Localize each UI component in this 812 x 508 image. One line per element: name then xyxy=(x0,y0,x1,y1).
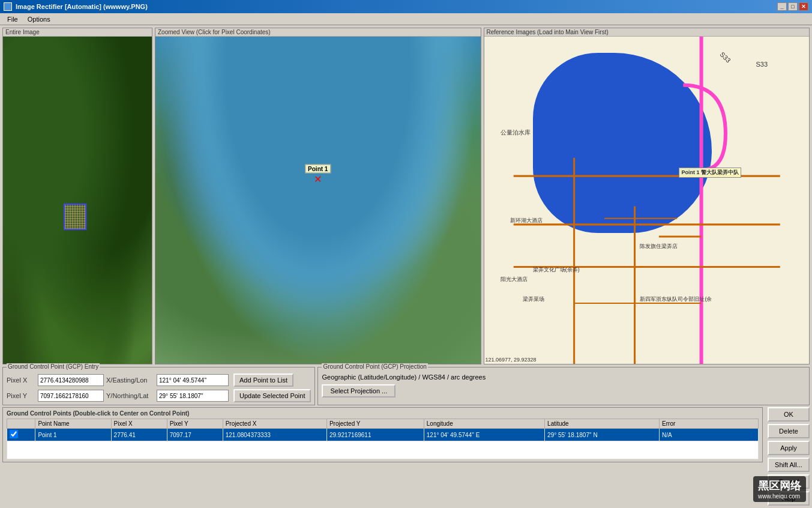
pixel-y-row: Pixel Y Y/Northing/Lat 29° 55' 18.1807''… xyxy=(7,389,311,402)
watermark-logo: 黑区网络 xyxy=(758,480,801,492)
watermark-url: www.heiqu.com xyxy=(758,493,800,500)
svg-text:S33: S33 xyxy=(718,50,732,64)
gcp-table: Point Name Pixel X Pixel Y Projected X P… xyxy=(7,419,759,459)
col-header-pixelx: Pixel X xyxy=(111,419,167,429)
row-projx: 121.0804373333 xyxy=(223,429,326,441)
gcp-table-container: Ground Control Points (Double-click to C… xyxy=(2,407,763,462)
map-label-water: 公量泊水库 xyxy=(501,129,531,137)
watermark: 黑区网络 www.heiqu.com xyxy=(753,476,806,502)
reference-images-label: Reference Images (Load into Main View Fi… xyxy=(484,28,810,37)
row-error: N/A xyxy=(660,429,759,441)
col-header-name: Point Name xyxy=(35,419,111,429)
row-projy: 29.9217169611 xyxy=(326,429,424,441)
satellite-image[interactable] xyxy=(3,37,152,364)
pixel-x-input[interactable] xyxy=(38,374,104,386)
select-projection-btn[interactable]: Select Projection ... xyxy=(322,384,395,398)
overview-inner xyxy=(65,205,85,229)
titlebar-controls: _ □ ✕ xyxy=(777,2,808,11)
reference-image-content[interactable]: S33 S33 公量泊水库 Point 1 警大队梁弄中队 新环湖大酒店 陈发旗… xyxy=(484,37,810,364)
overview-box xyxy=(64,204,86,230)
app-icon xyxy=(4,2,12,11)
image-panels-row: Entire Image Zoomed View (Click for Pixe… xyxy=(2,28,810,364)
row-name: Point 1 xyxy=(35,429,111,441)
cross-icon: ✕ xyxy=(305,174,331,184)
map-coordinates: 121.06977, 29.92328 xyxy=(486,357,537,363)
gcp-entry-fieldset: Ground Control Point (GCP) Entry Pixel X… xyxy=(2,367,315,405)
table-row-empty xyxy=(7,441,759,459)
map-label-farm: 梁弄菜场 xyxy=(523,295,544,303)
col-header-projy: Projected Y xyxy=(326,419,424,429)
gcp-entry-title: Ground Control Point (GCP) Entry xyxy=(7,363,100,370)
map-label-hotel: 新环湖大酒店 xyxy=(510,217,543,225)
map-label-sunshine: 阳光大酒店 xyxy=(501,276,528,283)
ok-btn[interactable]: OK xyxy=(768,407,810,422)
reference-map[interactable]: S33 S33 公量泊水库 Point 1 警大队梁弄中队 新环湖大酒店 陈发旗… xyxy=(484,37,810,364)
gcp-projection-title: Ground Control Point (GCP) Projection xyxy=(322,363,427,370)
col-header-error: Error xyxy=(660,419,759,429)
close-btn[interactable]: ✕ xyxy=(799,2,808,11)
menu-file[interactable]: File xyxy=(2,14,23,24)
x-easting-value: 121° 04' 49.5744'' xyxy=(157,374,229,386)
shift-all-btn[interactable]: Shift All... xyxy=(768,458,810,472)
bottom-section: Ground Control Point (GCP) Entry Pixel X… xyxy=(2,367,810,506)
delete-btn[interactable]: Delete xyxy=(768,424,810,438)
svg-text:S33: S33 xyxy=(756,61,768,68)
col-header-lon: Longitude xyxy=(424,419,544,429)
zoomed-point1-marker: Point 1 ✕ xyxy=(305,164,331,184)
row-checkbox-cell xyxy=(7,429,35,441)
col-header-check xyxy=(7,419,35,429)
update-point-btn[interactable]: Update Selected Point xyxy=(233,389,311,402)
main-content: Entire Image Zoomed View (Click for Pixe… xyxy=(0,25,812,508)
map-label-store: 陈发旗住梁弄店 xyxy=(640,243,678,250)
map-water-body xyxy=(533,53,712,233)
map-label-army: 新四军浙东纵队司令部旧址(余 xyxy=(640,295,712,303)
row-lon: 121° 04' 49.5744'' E xyxy=(424,429,544,441)
apply-btn[interactable]: Apply xyxy=(768,441,810,455)
menu-bar: File Options xyxy=(0,13,812,25)
row-pixely: 7097.17 xyxy=(167,429,223,441)
map-point1-label: Point 1 警大队梁弄中队 xyxy=(679,168,741,178)
pixel-y-input[interactable] xyxy=(38,390,104,402)
row-lat: 29° 55' 18.1807'' N xyxy=(545,429,660,441)
zoomed-point1-label: Point 1 xyxy=(305,164,331,173)
table-row[interactable]: Point 1 2776.41 7097.17 121.0804373333 2… xyxy=(7,429,759,441)
pixel-y-label: Pixel Y xyxy=(7,392,35,399)
entire-image-panel: Entire Image xyxy=(2,28,152,364)
entire-image-label: Entire Image xyxy=(3,28,152,37)
y-northing-label: Y/Northing/Lat xyxy=(106,392,154,399)
zoomed-view-panel: Zoomed View (Click for Pixel Coordinates… xyxy=(155,28,481,364)
menu-options[interactable]: Options xyxy=(23,14,55,24)
add-point-btn[interactable]: Add Point to List xyxy=(233,373,293,387)
row-pixelx: 2776.41 xyxy=(111,429,167,441)
title-bar: Image Rectifier [Automatic] (wwwwy.PNG) … xyxy=(0,0,812,13)
x-easting-label: X/Easting/Lon xyxy=(106,376,154,384)
row-checkbox[interactable] xyxy=(10,430,18,438)
pixel-x-row: Pixel X X/Easting/Lon 121° 04' 49.5744''… xyxy=(7,373,311,387)
col-header-pixely: Pixel Y xyxy=(167,419,223,429)
zoomed-view-label: Zoomed View (Click for Pixel Coordinates… xyxy=(155,28,481,37)
gcp-projection-fieldset: Ground Control Point (GCP) Projection Ge… xyxy=(317,367,810,405)
gcp-table-title: Ground Control Points (Double-click to C… xyxy=(7,410,759,417)
window-title: Image Rectifier [Automatic] (wwwwy.PNG) xyxy=(16,3,148,10)
gcp-entry-row: Ground Control Point (GCP) Entry Pixel X… xyxy=(2,367,810,405)
zoomed-image[interactable]: Point 1 ✕ xyxy=(155,37,481,364)
pixel-x-label: Pixel X xyxy=(7,376,35,384)
reference-image-panel: Reference Images (Load into Main View Fi… xyxy=(484,28,810,364)
projection-value: Geographic (Latitude/Longitude) / WGS84 … xyxy=(322,373,486,381)
gcp-table-row: Ground Control Points (Double-click to C… xyxy=(2,407,810,506)
map-label-plaza: 梁弄文化广场(余弄) xyxy=(533,266,580,274)
col-header-lat: Latitude xyxy=(545,419,660,429)
col-header-projx: Projected X xyxy=(223,419,326,429)
entire-image-content[interactable] xyxy=(3,37,152,364)
y-northing-value: 29° 55' 18.1807'' xyxy=(157,390,229,402)
zoomed-view-content[interactable]: Point 1 ✕ xyxy=(155,37,481,364)
minimize-btn[interactable]: _ xyxy=(777,2,787,11)
restore-btn[interactable]: □ xyxy=(788,2,798,11)
